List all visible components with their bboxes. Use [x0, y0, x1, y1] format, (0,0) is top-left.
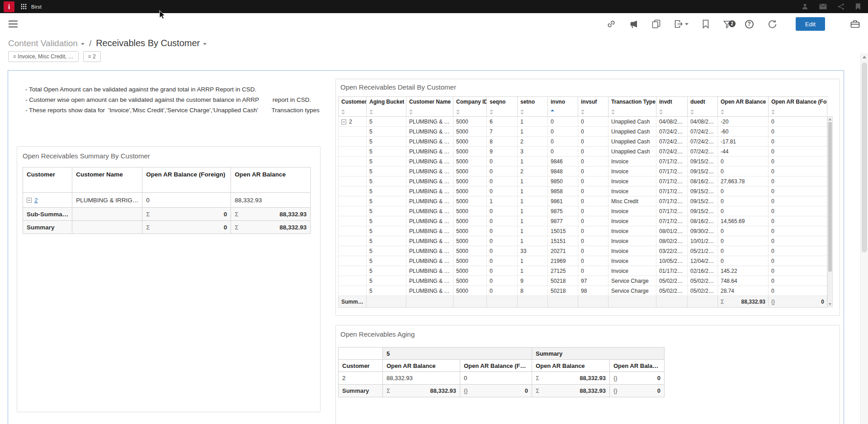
table-row[interactable]: 2 PLUMBING & IRRIG… 0 88,332.93 — [23, 193, 311, 208]
column-header[interactable]: Open AR Balance — [532, 360, 610, 372]
column-header[interactable]: Open AR Bala… — [610, 360, 665, 372]
column-header[interactable]: Customer Name — [406, 97, 453, 117]
cell: Service Charge — [609, 286, 656, 296]
mail-icon[interactable] — [819, 4, 827, 10]
infor-logo[interactable]: i — [4, 1, 14, 12]
cell: Invoice — [609, 226, 656, 236]
page-scrollbar[interactable] — [860, 53, 868, 424]
cell: 5000 — [453, 256, 487, 266]
scroll-down-icon[interactable] — [829, 303, 831, 305]
note-line: - Customer wise open amount can be valid… — [25, 95, 333, 105]
refresh-icon[interactable] — [767, 19, 778, 29]
column-header[interactable]: Open AR Balance (Foreign) — [769, 97, 827, 117]
column-header[interactable]: seqno — [487, 97, 518, 117]
table-row[interactable]: 5 PLUMBING & IRRIG… 5000 0 1 15015 0 Inv… — [339, 226, 827, 236]
column-header[interactable]: invsuf — [578, 97, 609, 117]
scrollbar-thumb[interactable] — [862, 62, 867, 252]
cell: 0 — [578, 256, 609, 266]
cell: PLUMBING & IRRIG… — [406, 206, 453, 216]
table-row[interactable]: 5 PLUMBING & IRRIG… 5000 7 1 0 0 Unappli… — [339, 127, 827, 137]
table-row[interactable]: 5 PLUMBING & IRRIG… 5000 0 33 20271 0 In… — [339, 246, 827, 256]
vertical-scrollbar[interactable] — [827, 116, 833, 307]
note-line: - Total Open Amount can be validated aga… — [25, 84, 333, 95]
collapse-icon[interactable] — [341, 119, 346, 124]
link-icon[interactable] — [607, 19, 616, 29]
table-row[interactable]: 2 88,332.93 0 Σ88,332.93 {}0 — [339, 372, 665, 385]
filter-chip[interactable]: = Invoice, Misc Credit, … — [8, 51, 79, 62]
export-icon[interactable] — [674, 19, 689, 29]
table-row[interactable]: 5 PLUMBING & IRRIG… 5000 9 3 0 0 Unappli… — [339, 147, 827, 157]
breadcrumb-current[interactable]: Receivables By Customer — [96, 38, 207, 48]
cell: 0 — [578, 226, 609, 236]
column-header[interactable]: Customer — [23, 167, 72, 193]
table-row[interactable]: 5 PLUMBING & IRRIG… 5000 0 1 15151 0 Inv… — [339, 236, 827, 246]
cell — [339, 137, 367, 147]
column-header[interactable]: invno — [548, 97, 578, 117]
cell: Invoice — [609, 167, 656, 176]
table-row[interactable]: 5 PLUMBING & IRRIG… 5000 0 1 21969 0 Inv… — [339, 256, 827, 266]
bookmark-outline-icon[interactable] — [702, 19, 709, 29]
cell: Sub-Summa… — [23, 208, 72, 221]
share-icon[interactable] — [838, 3, 844, 10]
briefcase-icon[interactable] — [850, 19, 860, 29]
column-header[interactable]: Open AR Balance — [383, 360, 460, 372]
table-row[interactable]: 5 PLUMBING & IRRIG… 5000 0 1 27125 0 Inv… — [339, 266, 827, 276]
cell: Unapplied Cash — [609, 137, 656, 147]
column-header[interactable]: Transaction Type — [609, 97, 656, 117]
column-header[interactable]: Open AR Balance (Foreign) — [142, 167, 231, 193]
app-grid-icon[interactable] — [21, 4, 27, 10]
breadcrumb-parent[interactable]: Content Validation — [8, 38, 85, 48]
column-header[interactable]: invdt — [656, 97, 688, 117]
customer-link[interactable]: 2 — [34, 197, 38, 204]
cell: 04/08/2019 — [688, 117, 718, 127]
table-row[interactable]: 5 PLUMBING & IRRIG… 5000 1 1 9861 0 Misc… — [339, 196, 827, 206]
column-header[interactable]: Customer Name — [72, 167, 142, 193]
table-row[interactable]: 5 PLUMBING & IRRIG… 5000 0 1 9875 0 Invo… — [339, 206, 827, 216]
scroll-up-icon[interactable] — [829, 118, 831, 120]
bookmark-icon[interactable] — [855, 3, 861, 10]
table-row[interactable]: 5 PLUMBING & IRRIG… 5000 0 8 50218 98 Se… — [339, 286, 827, 296]
filter-chip[interactable]: = 2 — [83, 51, 101, 62]
announce-icon[interactable] — [629, 19, 638, 29]
detail-table: Customer Aging Bucket Customer Name Comp… — [338, 96, 827, 308]
cell: PLUMBING & IRRIG… — [406, 246, 453, 256]
column-header[interactable]: Open AR Balance (F… — [460, 360, 532, 372]
table-row[interactable]: 5 PLUMBING & IRRIG… 5000 0 1 9850 0 Invo… — [339, 176, 827, 186]
copy-icon[interactable] — [652, 19, 660, 29]
table-row[interactable]: 5 PLUMBING & IRRIG… 5000 0 1 9846 0 Invo… — [339, 157, 827, 167]
table-row[interactable]: 2 5 PLUMBING & IRRIG… 5000 6 1 0 0 Unapp… — [339, 117, 827, 127]
cell: 0 — [578, 167, 609, 176]
scrollbar-thumb[interactable] — [828, 122, 832, 272]
cell: PLUMBING & IRRIG… — [406, 196, 453, 206]
cell — [339, 216, 367, 226]
scroll-up-icon[interactable] — [863, 56, 866, 58]
table-row[interactable]: 5 PLUMBING & IRRIG… 5000 0 9 50218 97 Se… — [339, 276, 827, 286]
cell: 0 — [578, 266, 609, 276]
help-icon[interactable]: ? — [745, 20, 754, 29]
column-header[interactable]: Customer — [339, 360, 383, 372]
cell: 08/16/2018 — [688, 176, 718, 186]
filter-icon[interactable]: 2 — [723, 20, 731, 29]
table-row[interactable]: 5 PLUMBING & IRRIG… 5000 0 2 9848 0 Invo… — [339, 167, 827, 176]
cell: 09/15/2018 — [688, 157, 718, 167]
braces-icon: {} — [771, 299, 775, 305]
column-header[interactable]: duedt — [688, 97, 718, 117]
column-header[interactable]: Open AR Balance — [231, 167, 311, 193]
cell: Σ0 — [142, 221, 231, 234]
cell: 0 — [718, 196, 769, 206]
menu-icon[interactable] — [8, 20, 18, 28]
column-header[interactable]: Aging Bucket — [367, 97, 406, 117]
chevron-down-icon — [685, 23, 689, 25]
cell: 88,332.93 — [383, 372, 460, 385]
column-header[interactable]: Open AR Balance — [718, 97, 769, 117]
table-row[interactable]: 5 PLUMBING & IRRIG… 5000 0 1 9877 0 Invo… — [339, 216, 827, 226]
table-row[interactable]: 5 PLUMBING & IRRIG… 5000 8 2 0 0 Unappli… — [339, 137, 827, 147]
column-header[interactable]: Company ID — [453, 97, 487, 117]
collapse-icon[interactable] — [27, 198, 32, 203]
table-row[interactable]: 5 PLUMBING & IRRIG… 5000 0 1 9858 0 Invo… — [339, 186, 827, 196]
column-header[interactable]: Customer — [339, 97, 367, 117]
cell: 09/15/2018 — [688, 196, 718, 206]
edit-button[interactable]: Edit — [796, 17, 825, 31]
column-header[interactable]: setno — [518, 97, 548, 117]
user-icon[interactable] — [802, 3, 808, 10]
